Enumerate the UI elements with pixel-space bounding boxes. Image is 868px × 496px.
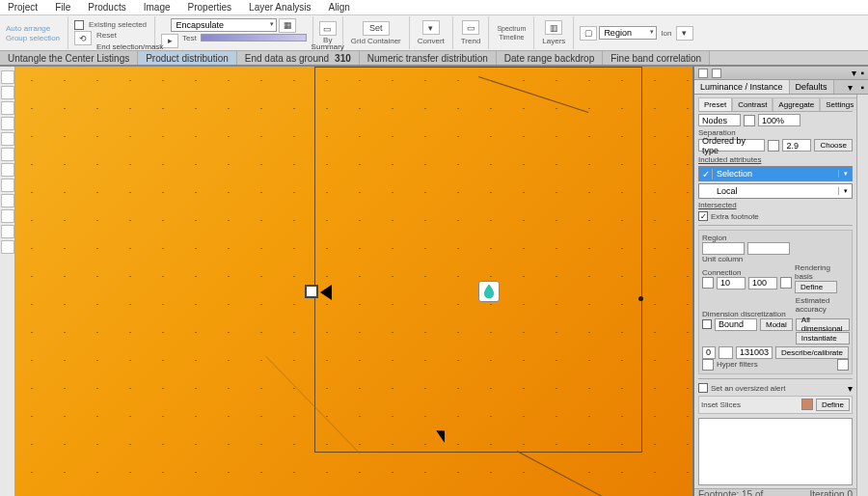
panel-close-icon[interactable]: ▪ — [860, 68, 864, 78]
hyper-dd-icon[interactable] — [837, 359, 849, 371]
menu-image[interactable]: Image — [144, 2, 171, 13]
conn-icon[interactable] — [702, 277, 714, 289]
tool-move[interactable] — [1, 86, 14, 99]
tool-shape[interactable] — [1, 194, 14, 207]
dim-check[interactable] — [702, 319, 712, 329]
tool-crop[interactable] — [1, 117, 14, 130]
tab-3[interactable]: Numeric transfer distribution — [360, 51, 497, 65]
conn-val-1[interactable]: 10 — [717, 277, 746, 289]
selection-rectangle[interactable] — [314, 67, 642, 453]
selection-handle[interactable] — [305, 285, 318, 298]
subtab-aggregate[interactable]: Aggregate — [773, 97, 820, 111]
tool-fill[interactable] — [1, 163, 14, 177]
filter-dropdown[interactable]: Ordered by type — [698, 139, 765, 152]
render-define-btn[interactable]: Define — [795, 281, 837, 293]
tb-auto-arrange[interactable]: Auto arrange — [4, 24, 52, 33]
tb-convert-icon[interactable]: ▾ — [422, 20, 440, 35]
intersected-label[interactable]: Intersected — [698, 201, 853, 209]
left-toolbar — [0, 67, 15, 496]
tab-5[interactable]: Fine band correlation — [603, 51, 710, 65]
nodes-icon[interactable] — [744, 115, 755, 126]
tab-0[interactable]: Untangle the Center Listings — [0, 51, 138, 65]
filter-icon[interactable] — [768, 140, 779, 152]
tb-sum-btn1[interactable]: ▭ — [319, 21, 337, 36]
panel-tab-defaults[interactable]: Defaults — [790, 80, 834, 94]
hyper-label: Hyper filters — [717, 360, 758, 369]
tab-2[interactable]: End data as ground310 — [237, 51, 360, 65]
attr-check-1[interactable]: ✓ — [699, 169, 713, 179]
nodes-value[interactable]: 100% — [758, 114, 800, 126]
tb-grid-container[interactable]: Grid Container — [349, 37, 403, 45]
bottom-val-1[interactable] — [719, 346, 732, 359]
bottom-val-0[interactable]: 0 — [702, 346, 716, 359]
menu-properties[interactable]: Properties — [188, 2, 232, 13]
oversized-check[interactable] — [698, 383, 708, 393]
tool-measure[interactable] — [1, 240, 14, 254]
tool-eyedrop[interactable] — [1, 209, 14, 223]
tool-select[interactable] — [1, 70, 14, 84]
tool-text[interactable] — [1, 179, 14, 192]
tb-existing-check[interactable] — [74, 20, 84, 30]
tool-hand[interactable] — [1, 225, 14, 238]
extra-footnote-check[interactable]: ✓ — [698, 211, 708, 221]
hyper-icon[interactable] — [702, 359, 714, 371]
describe-btn[interactable]: Describe/calibrate — [775, 346, 849, 359]
est-btn[interactable]: All dimensional — [796, 318, 850, 331]
panel-titlebar[interactable]: ▾ ▪ — [694, 67, 868, 80]
attr-row-selection[interactable]: ✓ Selection ▾ — [698, 166, 853, 181]
filter-choose-btn[interactable]: Choose — [814, 139, 853, 152]
instantiate-btn[interactable]: Instantiate — [796, 332, 850, 344]
tool-eraser[interactable] — [1, 148, 14, 161]
attr-dd-2[interactable]: ▾ — [838, 187, 852, 195]
slice-define-btn[interactable]: Define — [816, 399, 850, 411]
menu-products[interactable]: Products — [88, 2, 125, 13]
panel-scrollbar[interactable] — [856, 95, 868, 496]
tb-trend-icon[interactable]: ▭ — [462, 20, 479, 35]
tb-set[interactable]: Set — [363, 21, 390, 36]
panel-pin-icon[interactable]: ▪ — [856, 80, 868, 94]
panel-menu-icon[interactable]: ▾ — [844, 80, 856, 94]
menu-layer-analysis[interactable]: Layer Analysis — [249, 2, 311, 13]
tb-grid-icon[interactable]: ▦ — [279, 18, 296, 33]
subtab-settings[interactable]: Settings — [820, 97, 856, 111]
panel-min-icon[interactable]: ▾ — [852, 68, 856, 78]
tb-spectrum[interactable]: Spectrum — [495, 25, 528, 32]
slice-swatch[interactable] — [801, 399, 813, 410]
tb-encaps-dropdown[interactable]: Encapsulate — [171, 18, 277, 32]
menu-file[interactable]: File — [55, 2, 70, 13]
tb-reset-icon[interactable]: ⟲ — [74, 31, 92, 45]
dim-value[interactable]: Bound — [715, 318, 757, 331]
tb-group-selection[interactable]: Group selection — [4, 34, 62, 42]
region-field-2[interactable] — [747, 242, 790, 255]
droplet-marker[interactable] — [478, 281, 500, 302]
conn-lock-icon[interactable] — [780, 277, 792, 289]
tb-layers-icon[interactable]: ▥ — [545, 20, 562, 35]
bottom-val-2[interactable]: 131003 — [736, 346, 773, 359]
attr-row-local[interactable]: Local ▾ — [698, 183, 853, 199]
tb-extra-1[interactable]: ▢ — [580, 26, 597, 41]
region-field[interactable] — [702, 242, 745, 255]
subtab-contrast[interactable]: Contrast — [732, 97, 773, 111]
menu-align[interactable]: Align — [329, 2, 350, 13]
section2-menu-icon[interactable]: ▾ — [848, 383, 853, 394]
tb-test[interactable]: Test — [180, 34, 199, 48]
tab-4[interactable]: Date range backdrop — [497, 51, 603, 65]
tool-zoom[interactable] — [1, 101, 14, 115]
tb-region-dd[interactable]: Region — [599, 26, 657, 40]
tab-1[interactable]: Product distribution — [138, 51, 237, 65]
toolbar: Auto arrange Group selection Existing se… — [0, 15, 868, 51]
tb-timeline[interactable]: Timeline — [497, 34, 526, 41]
menu-project[interactable]: Project — [8, 2, 38, 13]
panel-tab-main[interactable]: Luminance / Instance — [694, 80, 790, 94]
tb-extra-2[interactable]: ▾ — [676, 26, 693, 41]
filter-value[interactable]: 2.9 — [782, 139, 811, 152]
conn-val-2[interactable]: 100 — [748, 277, 777, 289]
tb-test-icon[interactable]: ▸ — [161, 34, 178, 48]
nodes-field[interactable]: Nodes — [698, 114, 741, 126]
attr-dd-1[interactable]: ▾ — [838, 170, 852, 178]
canvas-viewport[interactable] — [15, 67, 692, 496]
subtab-preset[interactable]: Preset — [698, 97, 732, 111]
inset-slices-label: Inset Slices — [701, 400, 741, 409]
tool-brush[interactable] — [1, 132, 14, 146]
dim-modal-btn[interactable]: Modal — [760, 318, 793, 331]
